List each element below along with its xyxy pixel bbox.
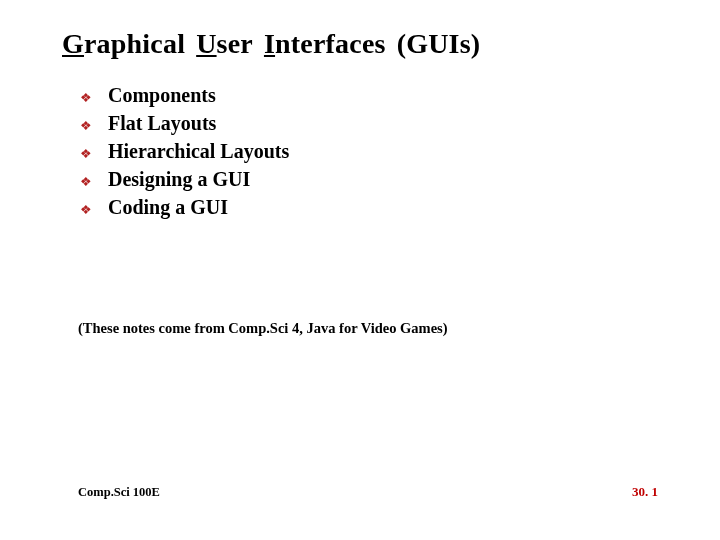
diamond-bullet-icon: ❖ <box>80 170 92 194</box>
bullet-label: Designing a GUI <box>108 168 250 191</box>
bullet-label: Hierarchical Layouts <box>108 140 289 163</box>
diamond-bullet-icon: ❖ <box>80 86 92 110</box>
title-word-2: User <box>196 28 253 60</box>
bullet-label: Coding a GUI <box>108 196 228 219</box>
footer-left: Comp.Sci 100E <box>78 485 160 500</box>
title-word-3: Interfaces <box>264 28 386 60</box>
list-item: ❖ Designing a GUI <box>80 168 658 194</box>
bullet-label: Components <box>108 84 216 107</box>
title-word-1: Graphical <box>62 28 185 60</box>
list-item: ❖ Coding a GUI <box>80 196 658 222</box>
bullet-label: Flat Layouts <box>108 112 216 135</box>
title-word-4: (GUIs) <box>397 28 481 60</box>
diamond-bullet-icon: ❖ <box>80 198 92 222</box>
list-item: ❖ Flat Layouts <box>80 112 658 138</box>
subnote: (These notes come from Comp.Sci 4, Java … <box>78 320 448 337</box>
slide-title: Graphical User Interfaces (GUIs) <box>62 28 658 60</box>
list-item: ❖ Components <box>80 84 658 110</box>
diamond-bullet-icon: ❖ <box>80 142 92 166</box>
diamond-bullet-icon: ❖ <box>80 114 92 138</box>
slide: Graphical User Interfaces (GUIs) ❖ Compo… <box>0 0 720 540</box>
bullet-list: ❖ Components ❖ Flat Layouts ❖ Hierarchic… <box>80 84 658 222</box>
footer-page-number: 30. 1 <box>632 484 658 500</box>
list-item: ❖ Hierarchical Layouts <box>80 140 658 166</box>
